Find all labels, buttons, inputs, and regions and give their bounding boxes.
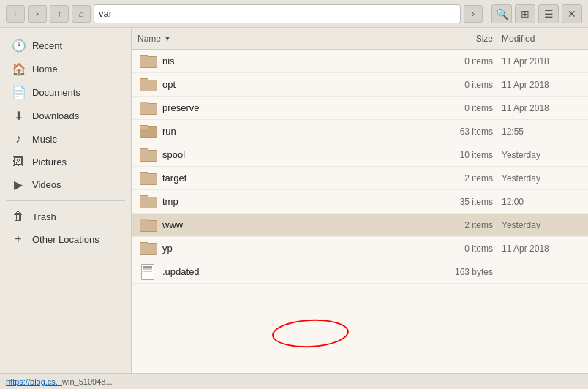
downloads-icon: ⬇ bbox=[12, 109, 25, 123]
documents-icon: 📄 bbox=[12, 86, 25, 99]
table-row[interactable]: spool10 itemsYesterday bbox=[132, 143, 588, 167]
sidebar-item-documents[interactable]: 📄Documents bbox=[3, 81, 128, 104]
back-button[interactable]: ‹ bbox=[6, 5, 25, 23]
file-list: nis0 items11 Apr 2018opt0 items11 Apr 20… bbox=[132, 50, 588, 373]
other-locations-icon: + bbox=[12, 233, 25, 246]
close-button[interactable]: ✕ bbox=[562, 4, 582, 23]
table-row[interactable]: target2 itemsYesterday bbox=[132, 167, 588, 190]
file-size: 63 items bbox=[429, 126, 502, 137]
recent-icon: 🕐 bbox=[12, 39, 25, 53]
sidebar-item-label-pictures: Pictures bbox=[32, 156, 67, 167]
statusbar-link[interactable]: https://blog.cs... bbox=[6, 377, 62, 386]
sidebar-item-pictures[interactable]: 🖼Pictures bbox=[3, 151, 128, 173]
folder-icon bbox=[140, 172, 156, 185]
col-modified-header: Modified bbox=[502, 34, 582, 44]
up-button[interactable]: ↑ bbox=[50, 5, 69, 23]
file-pane-wrapper: Name ▼ Size Modified nis0 items11 Apr 20… bbox=[132, 28, 588, 373]
file-modified: 11 Apr 2018 bbox=[502, 103, 582, 113]
col-size-header: Size bbox=[429, 34, 502, 44]
file-name: opt bbox=[162, 79, 429, 90]
sidebar-item-downloads[interactable]: ⬇Downloads bbox=[3, 105, 128, 127]
search-button[interactable]: 🔍 bbox=[491, 4, 512, 23]
sidebar-item-label-other-locations: Other Locations bbox=[32, 234, 99, 245]
menu-button[interactable]: ☰ bbox=[538, 4, 559, 23]
grid-icon: ⊞ bbox=[521, 8, 529, 20]
file-modified: Yesterday bbox=[502, 173, 582, 184]
file-modified: 12:00 bbox=[502, 197, 582, 207]
document-icon bbox=[141, 264, 154, 280]
file-size: 2 items bbox=[429, 220, 502, 230]
sort-icon: ▼ bbox=[164, 34, 171, 42]
file-name: tmp bbox=[162, 196, 429, 207]
location-button[interactable]: ⌂ bbox=[72, 5, 91, 23]
grid-view-button[interactable]: ⊞ bbox=[515, 4, 535, 23]
file-icon-wrap bbox=[137, 102, 158, 115]
sidebar-item-videos[interactable]: ▶Videos bbox=[3, 173, 128, 196]
table-row[interactable]: www2 itemsYesterday bbox=[132, 214, 588, 237]
folder-icon bbox=[140, 242, 156, 255]
breadcrumb-expand[interactable]: › bbox=[464, 5, 483, 23]
folder-icon bbox=[140, 195, 156, 208]
sidebar-item-label-recent: Recent bbox=[32, 40, 62, 51]
folder-icon bbox=[140, 148, 156, 162]
file-modified: Yesterday bbox=[502, 220, 582, 230]
table-row[interactable]: nis0 items11 Apr 2018 bbox=[132, 50, 588, 73]
sidebar-item-home[interactable]: 🏠Home bbox=[3, 58, 128, 80]
statusbar-suffix: win_510948... bbox=[62, 377, 113, 386]
forward-button[interactable]: › bbox=[28, 5, 47, 23]
menu-icon: ☰ bbox=[544, 8, 554, 20]
file-name: nis bbox=[162, 56, 429, 67]
sidebar-item-trash[interactable]: 🗑Trash bbox=[3, 205, 128, 227]
folder-icon bbox=[140, 102, 156, 115]
file-name: yp bbox=[162, 243, 429, 254]
file-pane: Name ▼ Size Modified nis0 items11 Apr 20… bbox=[132, 28, 588, 373]
file-size: 163 bytes bbox=[429, 267, 502, 277]
trash-icon: 🗑 bbox=[12, 210, 25, 223]
file-icon-wrap bbox=[137, 148, 158, 162]
table-row[interactable]: .updated163 bytes bbox=[132, 260, 588, 284]
file-name: run bbox=[162, 126, 429, 137]
file-modified: 11 Apr 2018 bbox=[502, 56, 582, 67]
sidebar-item-other-locations[interactable]: +Other Locations bbox=[3, 228, 128, 250]
file-icon-wrap bbox=[137, 55, 158, 68]
file-size: 35 items bbox=[429, 197, 502, 207]
file-icon-wrap bbox=[137, 125, 158, 138]
toolbar-right: 🔍 ⊞ ☰ ✕ bbox=[491, 4, 582, 23]
sidebar-item-label-videos: Videos bbox=[32, 179, 61, 190]
file-modified: 12:55 bbox=[502, 126, 582, 137]
file-icon-wrap bbox=[137, 219, 158, 232]
file-icon-wrap bbox=[137, 78, 158, 91]
sidebar-item-label-trash: Trash bbox=[32, 211, 56, 222]
sidebar-item-recent[interactable]: 🕐Recent bbox=[3, 34, 128, 57]
music-icon: ♪ bbox=[12, 132, 25, 146]
file-size: 0 items bbox=[429, 243, 502, 254]
main-layout: 🕐Recent🏠Home📄Documents⬇Downloads♪Music🖼P… bbox=[0, 28, 588, 373]
file-size: 2 items bbox=[429, 173, 502, 184]
breadcrumb-path: var bbox=[99, 8, 112, 19]
file-name: www bbox=[162, 219, 429, 230]
file-name: .updated bbox=[162, 266, 429, 277]
sidebar: 🕐Recent🏠Home📄Documents⬇Downloads♪Music🖼P… bbox=[0, 28, 132, 373]
home-icon: 🏠 bbox=[12, 62, 25, 76]
table-row[interactable]: run63 items12:55 bbox=[132, 120, 588, 143]
sidebar-item-music[interactable]: ♪Music bbox=[3, 128, 128, 150]
table-row[interactable]: preserve0 items11 Apr 2018 bbox=[132, 97, 588, 120]
videos-icon: ▶ bbox=[12, 178, 25, 192]
close-icon: ✕ bbox=[568, 8, 576, 20]
col-name-header[interactable]: Name ▼ bbox=[137, 34, 429, 44]
pictures-icon: 🖼 bbox=[12, 155, 25, 168]
file-name: preserve bbox=[162, 102, 429, 113]
titlebar: ‹ › ↑ ⌂ var › 🔍 ⊞ ☰ ✕ bbox=[0, 0, 588, 28]
file-icon-wrap bbox=[137, 264, 158, 280]
statusbar: https://blog.cs... win_510948... bbox=[0, 373, 588, 389]
sidebar-item-label-downloads: Downloads bbox=[32, 110, 79, 121]
folder-icon bbox=[140, 55, 156, 68]
file-list-header: Name ▼ Size Modified bbox=[132, 28, 588, 50]
table-row[interactable]: tmp35 items12:00 bbox=[132, 190, 588, 214]
table-row[interactable]: opt0 items11 Apr 2018 bbox=[132, 73, 588, 97]
file-icon-wrap bbox=[137, 172, 158, 185]
folder-icon bbox=[140, 125, 156, 138]
folder-icon bbox=[140, 219, 156, 232]
breadcrumb: var bbox=[94, 4, 461, 23]
table-row[interactable]: yp0 items11 Apr 2018 bbox=[132, 237, 588, 260]
